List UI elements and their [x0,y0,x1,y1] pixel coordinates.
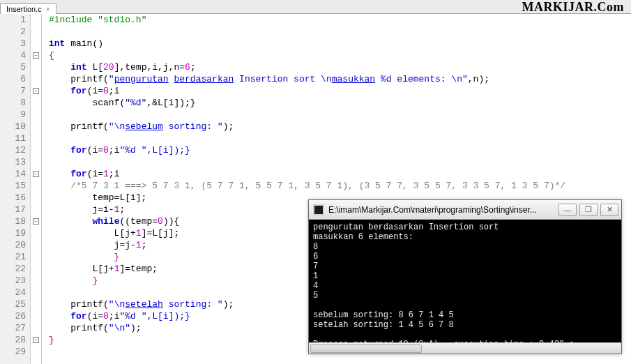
close-icon[interactable]: × [46,6,50,13]
close-button[interactable]: ✕ [600,204,618,216]
console-appicon [313,204,324,215]
scroll-thumb[interactable] [310,344,422,353]
console-body[interactable]: pengurutan berdasarkan Insertion sort ma… [309,220,621,342]
fold-toggle[interactable]: − [33,171,39,177]
file-tab[interactable]: Insertion.c × [0,3,56,14]
minimize-button[interactable]: — [558,204,577,216]
console-scrollbar[interactable] [309,342,621,354]
console-titlebar[interactable]: E:\imam\Markijar.Com\materi\programing\S… [309,200,621,220]
fold-toggle[interactable]: − [33,337,39,343]
maximize-button[interactable]: ❐ [579,204,598,216]
line-gutter: 1234567891011121314151617181920212223242… [0,14,31,364]
console-title: E:\imam\Markijar.Com\materi\programing\S… [328,205,558,215]
fold-toggle[interactable]: − [33,88,39,94]
window-buttons: — ❐ ✕ [558,204,618,216]
tab-label: Insertion.c [6,5,42,13]
fold-toggle[interactable]: − [33,52,39,59]
watermark-brand: MARKIJAR.Com [522,0,624,15]
fold-toggle[interactable]: − [33,218,39,225]
fold-column: −−−−− [31,14,42,364]
console-window: E:\imam\Markijar.Com\materi\programing\S… [308,199,622,354]
